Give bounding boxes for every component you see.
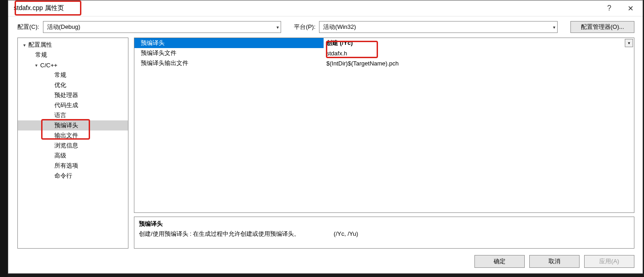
grid-row-precompiled-header[interactable]: 预编译头 创建 (/Yc) xyxy=(134,38,634,48)
grid-label: 预编译头文件 xyxy=(134,48,324,58)
platform-combo[interactable]: 活动(Win32) ▾ xyxy=(319,21,558,33)
tree-item-preprocessor[interactable]: 预处理器 xyxy=(18,90,128,100)
property-grid: 预编译头 创建 (/Yc) 预编译头文件 stdafx.h 预编译头输出文件 $… xyxy=(134,38,634,213)
description-panel: 预编译头 创建/使用预编译头 : 在生成过程中允许创建或使用预编译头。 (/Yc… xyxy=(134,217,634,249)
grid-label: 预编译头输出文件 xyxy=(134,58,324,68)
grid-value[interactable]: $(IntDir)$(TargetName).pch xyxy=(324,58,634,68)
description-text: 创建/使用预编译头 : 在生成过程中允许创建或使用预编译头。 (/Yc, /Yu… xyxy=(139,230,629,238)
grid-row-pch-output[interactable]: 预编译头输出文件 $(IntDir)$(TargetName).pch xyxy=(134,58,634,68)
close-button[interactable]: ✕ xyxy=(620,1,641,16)
config-toolbar: 配置(C): 活动(Debug) ▾ 平台(P): 活动(Win32) ▾ 配置… xyxy=(8,16,643,38)
platform-label: 平台(P): xyxy=(294,23,315,31)
dialog-buttons: 确定 取消 应用(A) xyxy=(8,250,643,273)
tree-item-output-files[interactable]: 输出文件 xyxy=(18,130,128,141)
chevron-down-icon: ▾ xyxy=(553,25,555,30)
tree-item-browse-info[interactable]: 浏览信息 xyxy=(18,141,128,151)
tree-item-command-line[interactable]: 命令行 xyxy=(18,171,128,181)
grid-dropdown-button[interactable]: ▾ xyxy=(625,39,633,47)
configuration-combo[interactable]: 活动(Debug) ▾ xyxy=(43,21,282,33)
tree-item-all-options[interactable]: 所有选项 xyxy=(18,161,128,171)
grid-value[interactable]: stdafx.h xyxy=(324,48,634,58)
titlebar: stdafx.cpp 属性页 ? ✕ xyxy=(8,0,643,16)
collapse-icon: ▾ xyxy=(23,43,26,48)
config-manager-button[interactable]: 配置管理器(O)... xyxy=(570,21,634,33)
main-area: ▾ 配置属性 常规 ▾ C/C++ 常规 优化 预处理器 代码生成 语言 预编译… xyxy=(8,38,643,250)
tree-item-language[interactable]: 语言 xyxy=(18,110,128,120)
tree-general[interactable]: 常规 xyxy=(18,50,128,60)
grid-label: 预编译头 xyxy=(134,38,324,48)
tree-item-codegen[interactable]: 代码生成 xyxy=(18,100,128,110)
categories-tree[interactable]: ▾ 配置属性 常规 ▾ C/C++ 常规 优化 预处理器 代码生成 语言 预编译… xyxy=(17,38,128,249)
tree-item-general[interactable]: 常规 xyxy=(18,70,128,80)
tree-ccpp[interactable]: ▾ C/C++ xyxy=(18,60,128,70)
cancel-button[interactable]: 取消 xyxy=(529,255,580,268)
tree-item-precompiled-headers[interactable]: 预编译头 xyxy=(18,120,128,130)
window-title: stdafx.cpp 属性页 xyxy=(12,3,66,13)
chevron-down-icon: ▾ xyxy=(628,41,630,45)
config-label: 配置(C): xyxy=(17,23,39,31)
tree-item-optimization[interactable]: 优化 xyxy=(18,80,128,90)
chevron-down-icon: ▾ xyxy=(277,25,279,30)
collapse-icon: ▾ xyxy=(35,63,37,68)
right-column: 预编译头 创建 (/Yc) 预编译头文件 stdafx.h 预编译头输出文件 $… xyxy=(134,38,634,249)
editor-gutter xyxy=(0,0,8,277)
tree-item-advanced[interactable]: 高级 xyxy=(18,151,128,161)
description-title: 预编译头 xyxy=(139,220,629,228)
help-button[interactable]: ? xyxy=(599,1,620,16)
property-pages-dialog: stdafx.cpp 属性页 ? ✕ 配置(C): 活动(Debug) ▾ 平台… xyxy=(8,0,643,274)
configuration-value: 活动(Debug) xyxy=(47,23,80,31)
apply-button: 应用(A) xyxy=(584,255,634,268)
grid-value[interactable]: 创建 (/Yc) xyxy=(324,38,634,48)
tree-root[interactable]: ▾ 配置属性 xyxy=(18,40,128,50)
grid-row-pch-file[interactable]: 预编译头文件 stdafx.h xyxy=(134,48,634,58)
platform-value: 活动(Win32) xyxy=(323,23,356,31)
ok-button[interactable]: 确定 xyxy=(474,255,525,268)
